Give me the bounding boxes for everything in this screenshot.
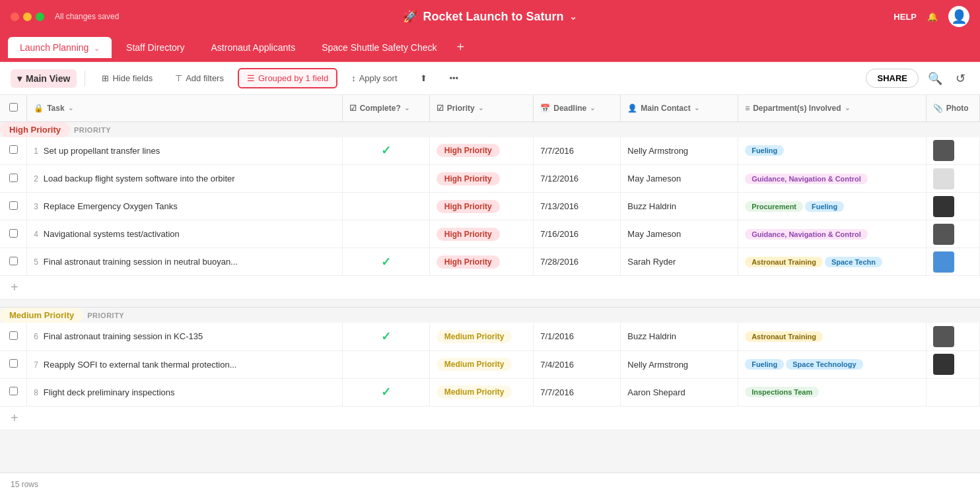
task-cell[interactable]: 8Flight deck preliminary inspections [27, 378, 343, 406]
tab-astronaut-applicants[interactable]: Astronaut Applicants [199, 37, 308, 58]
apply-sort-label: Apply sort [359, 73, 398, 83]
add-row-cell[interactable]: + [0, 406, 980, 430]
table-row[interactable]: 6Final astronaut training session in KC-… [0, 323, 980, 350]
group-priority-tag: PRIORITY [87, 312, 124, 319]
select-all-checkbox[interactable] [9, 103, 18, 112]
photo-cell [926, 323, 979, 350]
table-row[interactable]: 7Reapply SOFI to external tank thermal p… [0, 350, 980, 378]
apply-sort-button[interactable]: ↕ Apply sort [343, 69, 405, 88]
tab-space-shuttle-safety[interactable]: Space Shuttle Safety Check [310, 37, 448, 58]
help-label[interactable]: HELP [893, 12, 917, 22]
more-options-button[interactable]: ••• [441, 69, 468, 88]
task-cell[interactable]: 3Replace Emergency Oxygen Tanks [27, 193, 343, 220]
complete-cell: ✓ [342, 378, 429, 406]
select-all-header[interactable] [0, 95, 27, 121]
row-checkbox-cell [0, 220, 27, 248]
close-dot[interactable] [11, 13, 19, 21]
task-cell[interactable]: 2Load backup flight system software into… [27, 165, 343, 193]
title-text: Rocket Launch to Saturn [423, 10, 563, 24]
row-checkbox-cell [0, 378, 27, 406]
grouped-button[interactable]: ☰ Grouped by 1 field [238, 68, 337, 88]
contact-column-header[interactable]: 👤 Main Contact ⌄ [621, 95, 738, 121]
row-checkbox[interactable] [9, 387, 18, 395]
sort-icon: ↕ [351, 73, 356, 83]
contact-cell: Sarah Ryder [621, 248, 738, 276]
table-row[interactable]: 2Load backup flight system software into… [0, 165, 980, 193]
priority-cell: High Priority [429, 220, 533, 248]
priority-cell: High Priority [429, 137, 533, 165]
photo-thumbnail [933, 196, 954, 217]
dept-column-header[interactable]: ≡ Department(s) Involved ⌄ [738, 95, 927, 121]
task-text: Replace Emergency Oxygen Tanks [44, 201, 178, 211]
title-right-actions: HELP 🔔 👤 [893, 6, 969, 27]
row-checkbox-cell [0, 248, 27, 276]
complete-column-header[interactable]: ☑ Complete? ⌄ [342, 95, 429, 121]
refresh-icon[interactable]: ↺ [952, 67, 969, 90]
photo-cell [926, 165, 979, 193]
table-row[interactable]: 3Replace Emergency Oxygen TanksHigh Prio… [0, 193, 980, 220]
table-row[interactable]: 4Navigational systems test/activationHig… [0, 220, 980, 248]
task-text: Navigational systems test/activation [44, 229, 180, 239]
photo-thumbnail [933, 326, 954, 347]
task-cell[interactable]: 7Reapply SOFI to external tank thermal p… [27, 350, 343, 378]
export-icon: ⬆ [420, 73, 427, 83]
row-checkbox[interactable] [9, 145, 18, 154]
photo-cell [926, 350, 979, 378]
row-checkbox[interactable] [9, 257, 18, 265]
deadline-column-header[interactable]: 📅 Deadline ⌄ [534, 95, 621, 121]
calendar-icon: 📅 [540, 104, 550, 113]
title-dropdown-icon[interactable]: ⌄ [569, 11, 577, 22]
dept-cell: ProcurementFueling [738, 193, 927, 220]
table-row[interactable]: 1Set up propellant transfer lines✓High P… [0, 137, 980, 165]
photo-column-header[interactable]: 📎 Photo [926, 95, 979, 121]
add-row[interactable]: + [0, 406, 980, 430]
priority-cell: Medium Priority [429, 323, 533, 350]
minimize-dot[interactable] [23, 13, 32, 21]
priority-cell: High Priority [429, 193, 533, 220]
contact-chevron-icon: ⌄ [694, 104, 699, 112]
task-column-header[interactable]: 🔒 Task ⌄ [27, 95, 343, 121]
task-cell[interactable]: 6Final astronaut training session in KC-… [27, 323, 343, 350]
task-cell[interactable]: 1Set up propellant transfer lines [27, 137, 343, 165]
task-text: Reapply SOFI to external tank thermal pr… [44, 360, 237, 370]
contact-cell: Aaron Shepard [621, 378, 738, 406]
deadline-cell: 7/4/2016 [534, 350, 621, 378]
row-checkbox[interactable] [9, 174, 18, 182]
notifications-icon[interactable]: 🔔 [927, 12, 938, 22]
dept-cell: FuelingSpace Technology [738, 350, 927, 378]
more-icon: ••• [450, 73, 459, 83]
tab-staff-directory[interactable]: Staff Directory [114, 37, 196, 58]
dept-cell: Inspections Team [738, 378, 927, 406]
add-tab-button[interactable]: + [452, 37, 470, 57]
row-checkbox[interactable] [9, 359, 18, 368]
view-toggle[interactable]: ▾ Main View [11, 69, 77, 88]
window-controls: All changes saved [11, 12, 119, 21]
export-button[interactable]: ⬆ [411, 69, 436, 88]
dept-badge: Space Technology [786, 359, 862, 370]
priority-badge: High Priority [437, 255, 500, 269]
user-avatar[interactable]: 👤 [948, 6, 969, 27]
dept-cell: Fueling [738, 137, 927, 165]
dept-badge: Procurement [745, 201, 803, 212]
hide-fields-button[interactable]: ⊞ Hide fields [93, 69, 161, 88]
title-bar: All changes saved 🚀 Rocket Launch to Sat… [0, 0, 980, 33]
add-row-cell[interactable]: + [0, 276, 980, 300]
task-cell[interactable]: 4Navigational systems test/activation [27, 220, 343, 248]
table-row[interactable]: 5Final astronaut training session in neu… [0, 248, 980, 276]
tab-launch-planning[interactable]: Launch Planning ⌄ [8, 37, 112, 58]
dept-badge: Space Techn [825, 257, 882, 267]
row-checkbox[interactable] [9, 331, 18, 340]
add-filters-button[interactable]: ⊤ Add filters [166, 69, 232, 88]
row-checkbox[interactable] [9, 229, 18, 238]
deadline-cell: 7/7/2016 [534, 378, 621, 406]
share-button[interactable]: SHARE [866, 69, 919, 88]
maximize-dot[interactable] [36, 13, 44, 21]
table-row[interactable]: 8Flight deck preliminary inspections✓Med… [0, 378, 980, 406]
deadline-chevron-icon: ⌄ [590, 104, 595, 112]
task-cell[interactable]: 5Final astronaut training session in neu… [27, 248, 343, 276]
row-checkbox[interactable] [9, 201, 18, 210]
search-icon[interactable]: 🔍 [924, 67, 946, 90]
priority-column-header[interactable]: ☑ Priority ⌄ [429, 95, 533, 121]
add-row[interactable]: + [0, 276, 980, 300]
group-label: Medium Priority [0, 308, 83, 323]
